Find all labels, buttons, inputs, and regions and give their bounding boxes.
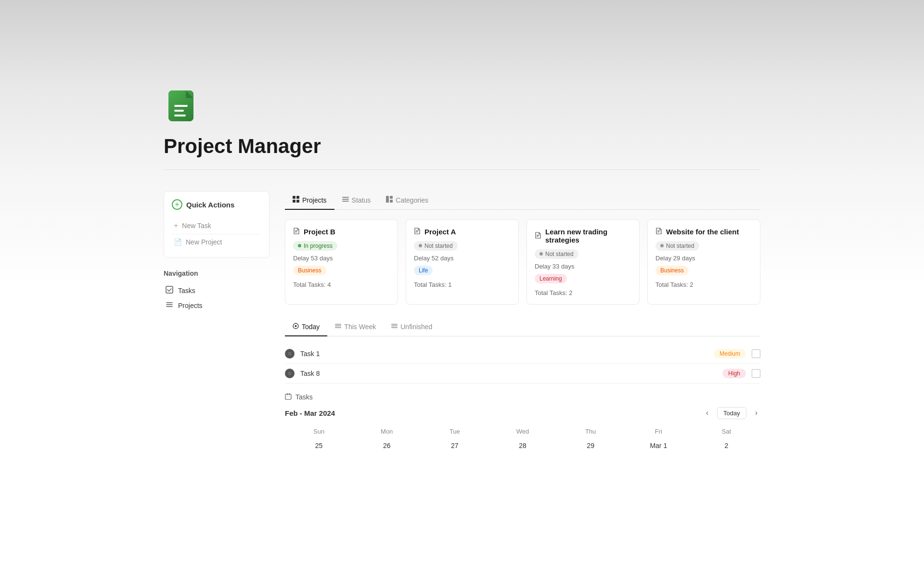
- calendar-header: Feb - Mar 2024 ‹ Today ›: [285, 407, 760, 419]
- calendar-day-29[interactable]: 29: [557, 438, 625, 453]
- project-card-website: Website for the client Not started Delay…: [647, 219, 760, 305]
- task-tab-this-week[interactable]: This Week: [327, 318, 384, 336]
- svg-rect-11: [342, 199, 349, 200]
- svg-point-33: [288, 372, 292, 375]
- quick-actions-title: + Quick Actions: [172, 199, 261, 210]
- calendar-section-label: Tasks: [285, 393, 760, 401]
- new-task-button[interactable]: + New Task: [172, 218, 261, 234]
- main-tabs-bar: Projects Status: [285, 191, 760, 210]
- main-content: Projects Status: [285, 191, 760, 453]
- tab-categories[interactable]: Categories: [378, 191, 436, 210]
- project-website-delay: Delay 29 days: [655, 255, 752, 262]
- svg-rect-21: [537, 236, 539, 236]
- svg-rect-16: [295, 231, 298, 231]
- svg-rect-17: [295, 232, 297, 232]
- task-1-name: Task 1: [300, 350, 714, 358]
- task-8-priority: High: [722, 369, 746, 378]
- calendar-section: Tasks Feb - Mar 2024 ‹ Today › Sun Mon T…: [285, 393, 760, 453]
- project-website-title: Website for the client: [655, 228, 752, 236]
- project-website-tasks: Total Tasks: 2: [655, 281, 752, 288]
- navigation-section: Navigation Tasks: [164, 269, 270, 313]
- calendar-header-wed: Wed: [488, 425, 556, 438]
- calendar-day-2[interactable]: 2: [693, 438, 760, 453]
- calendar-month-label: Feb - Mar 2024: [285, 409, 335, 417]
- tasks-icon: [166, 286, 173, 295]
- svg-rect-23: [657, 232, 659, 232]
- project-b-title: Project B: [293, 228, 390, 236]
- project-a-status: Not started: [414, 241, 458, 251]
- task-tab-this-week-icon: [335, 323, 341, 331]
- calendar-next-button[interactable]: ›: [752, 408, 760, 418]
- new-task-plus-icon: +: [174, 221, 178, 230]
- project-a-categories: Life: [414, 266, 511, 277]
- project-b-status: In progress: [293, 241, 337, 251]
- category-badge-business2: Business: [655, 266, 689, 275]
- calendar-navigation: ‹ Today ›: [703, 407, 760, 419]
- task-tab-unfinished-icon: [391, 323, 398, 331]
- calendar-header-fri: Fri: [625, 425, 693, 438]
- sidebar-item-tasks[interactable]: Tasks: [164, 283, 270, 298]
- tab-categories-icon: [386, 196, 393, 204]
- project-card-trading: Learn new trading strategies Not started…: [526, 219, 640, 305]
- svg-rect-20: [537, 235, 539, 235]
- task-1-priority: Medium: [714, 349, 746, 359]
- project-b-delay: Delay 53 days: [293, 255, 390, 262]
- svg-rect-22: [657, 231, 660, 231]
- header-area: Project Manager: [164, 0, 760, 191]
- navigation-title: Navigation: [164, 269, 270, 277]
- project-trading-status: Not started: [535, 249, 578, 259]
- calendar-header-mon: Mon: [353, 425, 421, 438]
- tab-projects[interactable]: Projects: [285, 191, 334, 210]
- status-dot: [539, 252, 543, 256]
- header-divider: [164, 169, 760, 170]
- tab-projects-icon: [293, 196, 299, 204]
- calendar-day-mar1[interactable]: Mar 1: [625, 438, 693, 453]
- task-1-checkbox[interactable]: [752, 349, 760, 358]
- project-a-icon: [414, 228, 421, 236]
- tab-status[interactable]: Status: [334, 191, 379, 210]
- calendar-day-28[interactable]: 28: [488, 438, 556, 453]
- project-b-categories: Business: [293, 266, 390, 277]
- svg-rect-5: [166, 286, 173, 293]
- new-project-button[interactable]: 📄 New Project: [172, 234, 261, 250]
- svg-rect-28: [335, 327, 341, 328]
- task-8-status-icon: [285, 369, 295, 378]
- tasks-list: Task 1 Medium Task 8 High: [285, 344, 760, 384]
- calendar-grid: Sun Mon Tue Wed Thu Fri Sat 25 26 27: [285, 425, 760, 453]
- svg-rect-19: [416, 232, 418, 232]
- svg-rect-3: [174, 110, 184, 112]
- project-website-status: Not started: [655, 241, 699, 251]
- projects-grid: Project B In progress Delay 53 days Busi…: [285, 219, 760, 305]
- calendar-day-27[interactable]: 27: [421, 438, 488, 453]
- svg-rect-14: [390, 196, 393, 199]
- sidebar-item-projects[interactable]: Projects: [164, 298, 270, 313]
- project-card-a: Project A Not started Delay 52 days Life…: [406, 219, 519, 305]
- calendar-day-25[interactable]: 25: [285, 438, 353, 453]
- svg-rect-15: [390, 200, 393, 203]
- svg-rect-35: [287, 393, 288, 395]
- project-trading-icon: [535, 232, 541, 240]
- project-a-tasks: Total Tasks: 1: [414, 281, 511, 288]
- task-1-status-icon: [285, 349, 295, 359]
- svg-rect-8: [293, 200, 295, 203]
- table-row: Task 8 High: [285, 364, 760, 384]
- svg-rect-37: [285, 396, 291, 396]
- svg-point-25: [295, 325, 297, 327]
- svg-rect-18: [416, 231, 419, 231]
- svg-rect-6: [293, 196, 295, 199]
- calendar-header-sun: Sun: [285, 425, 353, 438]
- task-tab-today[interactable]: Today: [285, 318, 327, 336]
- status-dot: [419, 244, 422, 247]
- calendar-day-26[interactable]: 26: [353, 438, 421, 453]
- project-website-categories: Business: [655, 266, 752, 277]
- calendar-header-tue: Tue: [421, 425, 488, 438]
- task-tab-unfinished[interactable]: Unfinished: [384, 318, 440, 336]
- task-8-checkbox[interactable]: [752, 369, 760, 378]
- calendar-prev-button[interactable]: ‹: [703, 408, 711, 418]
- project-b-icon: [293, 228, 300, 236]
- status-dot: [660, 244, 664, 247]
- status-dot: [298, 244, 301, 247]
- sidebar: + Quick Actions + New Task 📄 New Project…: [164, 191, 270, 313]
- calendar-today-button[interactable]: Today: [717, 407, 746, 419]
- table-row: Task 1 Medium: [285, 344, 760, 364]
